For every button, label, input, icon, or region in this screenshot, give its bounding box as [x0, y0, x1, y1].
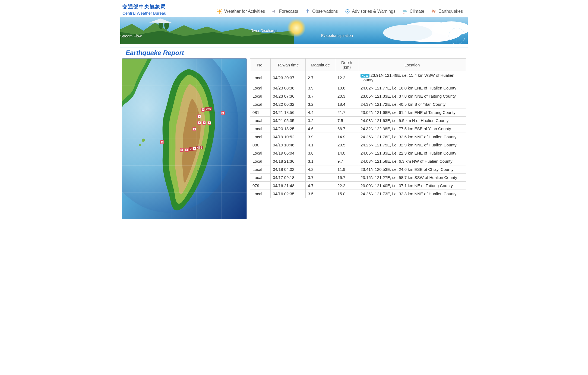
epicenter-icon	[197, 121, 201, 125]
kite-icon	[305, 8, 311, 14]
cell-location: 24.26N 121.76E, i.e. 32.6 km NNE of Hual…	[358, 133, 466, 141]
cell-time: 04/19 06:04	[271, 149, 306, 157]
table-row[interactable]: Local04/19 10:523.914.924.26N 121.76E, i…	[250, 133, 466, 141]
th-time: Taiwan time	[271, 59, 306, 71]
cell-time: 04/23 20:37	[271, 71, 306, 84]
cell-location: 24.37N 121.72E, i.e. 40.5 km S of Yilan …	[358, 100, 466, 108]
epicenter-marker[interactable]	[192, 127, 196, 131]
table-row[interactable]: Local04/16 02:353.515.024.26N 121.73E, i…	[250, 190, 466, 198]
nav-earthquakes[interactable]: Earthquakes	[428, 8, 466, 14]
table-row[interactable]: 08004/19 10:464.120.524.26N 121.75E, i.e…	[250, 141, 466, 149]
cell-location: 23.41N 120.53E, i.e. 24.6 km ESE of Chia…	[358, 165, 466, 174]
table-row[interactable]: Local04/21 05:353.27.524.08N 121.63E, i.…	[250, 117, 466, 125]
banner-river-link[interactable]: River Discharge	[251, 28, 278, 33]
cell-magnitude: 3.7	[306, 92, 335, 100]
epicenter-icon	[197, 114, 201, 118]
cell-location: 24.03N 121.58E, i.e. 6.3 km NW of Hualie…	[358, 157, 466, 165]
cell-location: 24.08N 121.63E, i.e. 9.5 km N of Hualien…	[358, 117, 466, 125]
table-row[interactable]: Local04/18 04:024.211.923.41N 120.53E, i…	[250, 165, 466, 174]
epicenter-marker[interactable]: 081	[192, 147, 196, 150]
epicenter-marker[interactable]	[160, 140, 164, 144]
epicenter-marker[interactable]	[221, 111, 225, 115]
hero-banner: Stream Flow River Discharge Evapotranspi…	[120, 17, 468, 44]
table-row[interactable]: Local04/23 07:363.720.323.05N 121.33E, i…	[250, 92, 466, 100]
nav-advisories[interactable]: Advisories & Warnings	[341, 8, 399, 14]
site-title-en: Central Weather Bureau	[122, 11, 166, 15]
epicenter-marker[interactable]: 79	[185, 148, 189, 152]
svg-point-17	[383, 25, 432, 41]
nav-forecasts[interactable]: Forecasts	[268, 8, 301, 14]
cell-location: NEW23.91N 121.49E, i.e. 15.4 km WSW of H…	[358, 71, 466, 84]
svg-point-10	[347, 11, 348, 12]
table-row[interactable]: Local04/22 06:323.218.424.37N 121.72E, i…	[250, 100, 466, 108]
cell-location: 23.05N 121.33E, i.e. 37.8 km NNE of Tait…	[358, 92, 466, 100]
table-row[interactable]: Local04/18 21:363.19.724.03N 121.58E, i.…	[250, 157, 466, 165]
cell-depth: 11.9	[335, 165, 358, 174]
cell-location: 23.16N 121.27E, i.e. 98.7 km SSW of Hual…	[358, 174, 466, 182]
table-row[interactable]: 07904/16 21:484.722.223.00N 121.40E, i.e…	[250, 182, 466, 190]
earthquake-map[interactable]: 08079081	[122, 58, 247, 219]
cell-no: Local	[250, 190, 271, 198]
svg-line-3	[218, 9, 218, 10]
svg-point-25	[139, 144, 141, 146]
epicenter-marker[interactable]	[207, 121, 211, 125]
th-mag: Magnitude	[306, 59, 335, 71]
cell-location: 24.32N 122.38E, i.e. 77.5 km ESE of Yila…	[358, 125, 466, 133]
nav-label: Climate	[410, 9, 424, 14]
table-row[interactable]: Local04/19 06:043.814.024.06N 121.83E, i…	[250, 149, 466, 157]
svg-line-8	[221, 9, 222, 10]
banner-evapo-link[interactable]: Evapotranspiration	[321, 33, 353, 38]
epicenter-icon	[192, 127, 196, 131]
svg-point-26	[197, 170, 199, 172]
nav-activities[interactable]: Weather for Activities	[213, 8, 268, 14]
epicenter-label: 081	[196, 146, 203, 149]
nav-label: Observations	[312, 9, 338, 14]
cell-no: Local	[250, 84, 271, 92]
epicenter-marker[interactable]	[197, 114, 201, 118]
cell-time: 04/22 06:32	[271, 100, 306, 108]
epicenter-marker[interactable]	[202, 121, 206, 125]
cell-location: 24.26N 121.73E, i.e. 32.3 km NNE of Hual…	[358, 190, 466, 198]
cell-magnitude: 3.5	[306, 190, 335, 198]
cell-magnitude: 3.9	[306, 84, 335, 92]
nav-observations[interactable]: Observations	[301, 8, 341, 14]
table-row[interactable]: 08104/21 18:564.421.723.02N 121.68E, i.e…	[250, 108, 466, 117]
cell-time: 04/19 10:46	[271, 141, 306, 149]
nav-climate[interactable]: Climate	[399, 8, 428, 14]
cell-time: 04/19 10:52	[271, 133, 306, 141]
svg-line-4	[221, 13, 222, 13]
epicenter-marker[interactable]	[180, 148, 184, 152]
cell-depth: 15.0	[335, 190, 358, 198]
cell-time: 04/21 05:35	[271, 117, 306, 125]
table-header-row: No. Taiwan time Magnitude Depth (km) Loc…	[250, 59, 466, 71]
epicenter-icon	[207, 121, 211, 125]
cell-depth: 20.3	[335, 92, 358, 100]
epicenter-marker[interactable]	[197, 121, 201, 125]
cell-no: Local	[250, 149, 271, 157]
table-row[interactable]: Local04/23 08:363.910.624.02N 121.77E, i…	[250, 84, 466, 92]
th-depth: Depth (km)	[335, 59, 358, 71]
svg-point-24	[142, 139, 145, 142]
cell-location: 23.00N 121.40E, i.e. 37.1 km NE of Taitu…	[358, 182, 466, 190]
site-logo[interactable]: 交通部中央氣象局 Central Weather Bureau	[120, 3, 166, 15]
banner-streamflow-link[interactable]: Stream Flow	[120, 34, 142, 38]
cell-depth: 9.7	[335, 157, 358, 165]
cell-no: Local	[250, 71, 271, 84]
cell-time: 04/23 07:36	[271, 92, 306, 100]
table-row[interactable]: Local04/20 13:254.666.724.32N 122.38E, i…	[250, 125, 466, 133]
earthquake-table: No. Taiwan time Magnitude Depth (km) Loc…	[250, 58, 466, 198]
svg-line-12	[405, 13, 405, 14]
cell-location: 23.02N 121.68E, i.e. 61.4 km ENE of Tait…	[358, 108, 466, 117]
cell-magnitude: 4.7	[306, 182, 335, 190]
epicenter-icon	[160, 140, 164, 144]
cell-magnitude: 4.2	[306, 165, 335, 174]
earthquake-table-pane: No. Taiwan time Magnitude Depth (km) Loc…	[250, 58, 466, 198]
cell-location: 24.06N 121.83E, i.e. 22.3 km ENE of Hual…	[358, 149, 466, 157]
cell-depth: 22.2	[335, 182, 358, 190]
epicenter-marker[interactable]: 080	[201, 108, 205, 112]
table-row[interactable]: Local04/17 09:183.716.723.16N 121.27E, i…	[250, 174, 466, 182]
cyclone-icon	[344, 8, 350, 14]
table-row[interactable]: Local04/23 20:372.712.2NEW23.91N 121.49E…	[250, 71, 466, 84]
cell-no: Local	[250, 165, 271, 174]
nav-label: Earthquakes	[438, 9, 463, 14]
